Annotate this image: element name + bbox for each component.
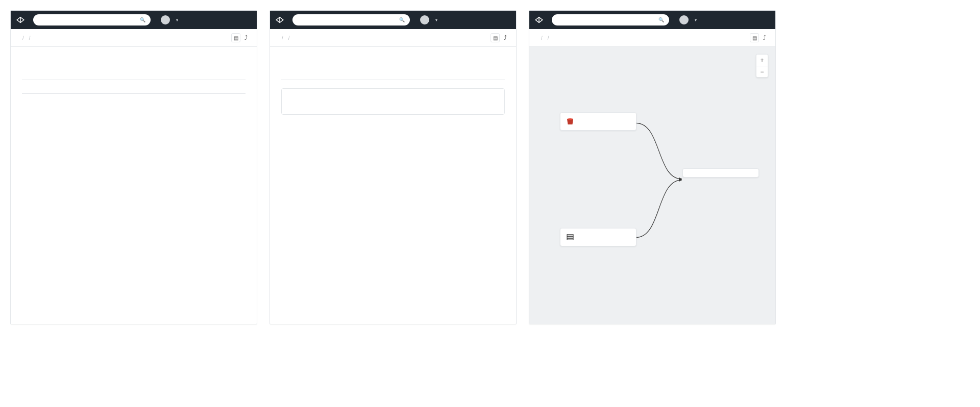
logo-icon	[534, 15, 544, 24]
panel-sources: 🔍 ▾ / / ▤ ⤴	[270, 10, 517, 324]
avatar[interactable]	[161, 15, 170, 24]
database-icon	[566, 233, 575, 242]
graph-node-target[interactable]	[682, 168, 759, 177]
top-bar: 🔍 ▾	[11, 11, 257, 29]
search-icon: 🔍	[399, 17, 405, 22]
graph-node-glue[interactable]	[560, 228, 636, 246]
copy-link-button[interactable]: ▤	[491, 33, 500, 42]
search-input[interactable]: 🔍	[552, 14, 669, 26]
top-bar: 🔍 ▾	[270, 11, 516, 29]
search-icon: 🔍	[140, 17, 145, 22]
chevron-down-icon[interactable]: ▾	[695, 18, 697, 22]
panel-body	[11, 47, 257, 324]
tabs	[22, 74, 246, 80]
features-table	[22, 87, 246, 94]
share-icon[interactable]: ⤴	[244, 34, 248, 41]
share-icon[interactable]: ⤴	[504, 34, 507, 41]
logo-icon	[275, 15, 284, 24]
chevron-down-icon[interactable]: ▾	[435, 18, 437, 22]
zoom-out-button[interactable]: −	[756, 66, 768, 77]
svg-point-0	[567, 118, 573, 120]
bucket-icon	[566, 117, 575, 126]
crumb-sep: /	[22, 35, 24, 41]
copy-link-button[interactable]: ▤	[750, 33, 759, 42]
search-input[interactable]: 🔍	[292, 14, 410, 26]
search-input[interactable]: 🔍	[33, 14, 151, 26]
graph-node-s3[interactable]	[560, 112, 636, 131]
app-logo[interactable]	[534, 15, 547, 24]
breadcrumb: / / ▤ ⤴	[529, 29, 775, 47]
panel-lineage: 🔍 ▾ / / ▤ ⤴	[529, 10, 776, 324]
app-logo[interactable]	[16, 15, 28, 24]
panel-features: 🔍 ▾ / / ▤ ⤴	[10, 10, 257, 324]
graph-edges	[529, 47, 775, 321]
panel-body	[270, 47, 516, 324]
lineage-canvas[interactable]: + −	[529, 47, 775, 324]
avatar[interactable]	[679, 15, 689, 24]
chevron-down-icon[interactable]: ▾	[176, 18, 178, 22]
svg-rect-3	[567, 238, 573, 240]
breadcrumb: / / ▤ ⤴	[270, 29, 516, 47]
svg-rect-1	[567, 235, 573, 236]
tabs	[281, 74, 505, 80]
sources-card	[281, 88, 505, 115]
copy-link-button[interactable]: ▤	[231, 33, 240, 42]
crumb-sep: /	[29, 35, 31, 41]
share-icon[interactable]: ⤴	[763, 34, 766, 41]
app-logo[interactable]	[275, 15, 287, 24]
logo-icon	[16, 15, 25, 24]
avatar[interactable]	[420, 15, 429, 24]
svg-rect-2	[567, 237, 573, 238]
breadcrumb: / / ▤ ⤴	[11, 29, 257, 47]
zoom-controls: + −	[756, 54, 768, 78]
search-icon: 🔍	[658, 17, 664, 22]
zoom-in-button[interactable]: +	[756, 55, 768, 66]
top-bar: 🔍 ▾	[529, 11, 775, 29]
